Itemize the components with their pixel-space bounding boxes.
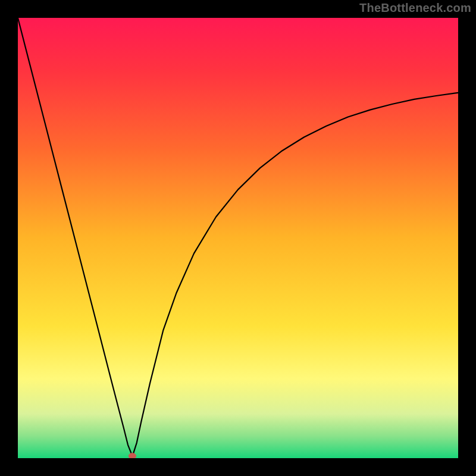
plot-area xyxy=(18,18,458,458)
chart-svg xyxy=(18,18,458,458)
chart-frame: TheBottleneck.com xyxy=(0,0,476,476)
chart-background xyxy=(18,18,458,458)
watermark-label: TheBottleneck.com xyxy=(359,1,471,15)
